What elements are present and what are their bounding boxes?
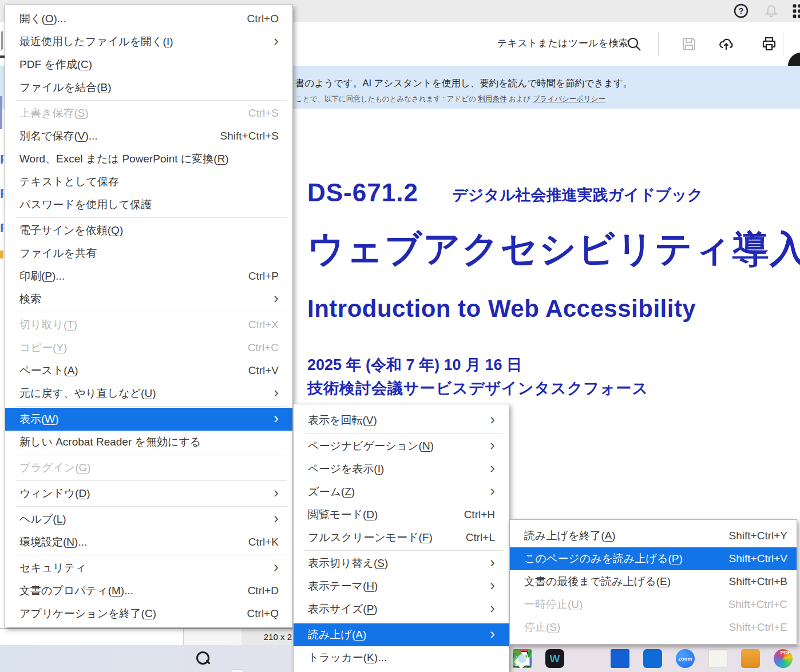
search-input[interactable]: テキストまたはツールを検索	[497, 37, 628, 50]
menu-shortcut: Ctrl+D	[248, 584, 279, 597]
legal-prefix: ことで、以下に同意したものとみなされます : アドビの	[295, 95, 478, 103]
menu-item[interactable]: 開く(O)...Ctrl+O	[5, 7, 292, 30]
menu-separator	[304, 622, 503, 622]
menu-item[interactable]: 表示切り替え(S)›	[294, 552, 509, 575]
save-icon[interactable]	[681, 36, 697, 52]
menu-shortcut: Shift+Ctrl+S	[220, 130, 279, 142]
submenu-chevron-icon: ›	[490, 578, 495, 593]
menu-separator	[15, 506, 287, 507]
menu-item[interactable]: トラッカー(K)...	[294, 646, 509, 669]
menu-item-label: 上書き保存(S)	[19, 106, 248, 121]
menu-item[interactable]: ヘルプ(L)›	[5, 508, 292, 531]
menu-item[interactable]: 表示サイズ(P)›	[294, 598, 509, 621]
menu-item[interactable]: 切り取り(T)Ctrl+X	[5, 313, 292, 336]
menu-item[interactable]: ファイルを共有	[5, 242, 292, 265]
search-icon[interactable]	[626, 36, 642, 52]
menu-item[interactable]: コピー(Y)Ctrl+C	[5, 336, 292, 359]
menu-separator	[304, 433, 503, 434]
submenu-chevron-icon: ›	[490, 626, 495, 641]
privacy-link[interactable]: プライバシーポリシー	[533, 95, 605, 103]
zoom-app-label: zoom	[678, 656, 692, 662]
menu-item[interactable]: パスワードを使用して保護	[5, 193, 292, 216]
menu-item-label: 読み上げを終了(A)	[524, 528, 729, 543]
windows-start-icon[interactable]	[162, 649, 181, 668]
submenu-chevron-icon: ›	[490, 438, 495, 452]
menu-item-label: ファイルを結合(B)	[19, 80, 279, 95]
submenu-chevron-icon: ›	[490, 555, 495, 570]
menu-item-label: 表示切り替え(S)	[308, 556, 490, 571]
menu-item-label: PDF を作成(C)	[19, 57, 279, 72]
edge-fragment: F	[0, 152, 3, 165]
menu-item[interactable]: 上書き保存(S)Ctrl+S	[5, 102, 292, 125]
file-menu: 開く(O)...Ctrl+O最近使用したファイルを開く(I)›PDF を作成(C…	[5, 5, 293, 627]
webex-app-icon[interactable]: W	[545, 649, 564, 668]
mfc-app-icon[interactable]: MFC	[578, 649, 597, 668]
menu-item-label: 新しい Acrobat Reader を無効にする	[19, 435, 279, 450]
print-icon[interactable]	[761, 36, 777, 52]
menu-item[interactable]: 環境設定(N)...Ctrl+K	[5, 531, 292, 554]
menu-item-label: 別名で保存(V)...	[19, 129, 220, 144]
menu-item-label: ヘルプ(L)	[19, 512, 274, 527]
banner-message: 書のようです。AI アシスタントを使用し、要約を読んで時間を節約できます。	[295, 77, 632, 90]
menu-shortcut: Shift+Ctrl+E	[729, 621, 787, 634]
menu-item[interactable]: 表示を回転(V)›	[294, 409, 509, 432]
menu-separator	[304, 550, 503, 551]
menu-item[interactable]: ペースト(A)Ctrl+V	[5, 359, 292, 382]
menu-item-label: 開く(O)...	[19, 11, 247, 26]
menu-item[interactable]: Word、Excel または PowerPoint に変換(R)	[5, 148, 292, 170]
menu-item[interactable]: 印刷(P)...Ctrl+P	[5, 265, 292, 288]
mail-app-icon[interactable]	[708, 649, 727, 668]
task-view-icon[interactable]	[225, 668, 244, 672]
menu-item-label: ファイルを共有	[19, 246, 279, 261]
status-bar: 210 x 2	[0, 628, 293, 645]
pdf-app-icon[interactable]: PDF	[741, 649, 760, 668]
menu-item[interactable]: ズーム(Z)›	[294, 480, 509, 503]
microsoft-store-icon[interactable]	[643, 649, 662, 668]
menu-item[interactable]: 新しい Acrobat Reader を無効にする	[5, 431, 292, 454]
menu-item[interactable]: ウィンドウ(D)›	[5, 482, 292, 505]
taskbar-right-group: FWMFCzoomPDF	[513, 649, 793, 668]
menu-item-label: 読み上げ(A)	[308, 627, 490, 642]
menu-item[interactable]: 電子サインを依頼(Q)	[5, 219, 292, 242]
menu-item[interactable]: 文書の最後まで読み上げる(E)Shift+Ctrl+B	[510, 570, 797, 593]
menu-item[interactable]: 別名で保存(V)...Shift+Ctrl+S	[5, 125, 292, 148]
menu-item[interactable]: 最近使用したファイルを開く(I)›	[5, 30, 292, 53]
menu-item[interactable]: 読み上げを終了(A)Shift+Ctrl+Y	[510, 524, 797, 547]
menu-item[interactable]: プラグイン(G)	[5, 456, 292, 479]
menu-item[interactable]: セキュリティ›	[5, 556, 292, 579]
menu-shortcut: Shift+Ctrl+Y	[729, 530, 787, 542]
menu-item-label: 切り取り(T)	[19, 317, 248, 332]
menu-item[interactable]: テキストとして保存	[5, 170, 292, 193]
menu-item[interactable]: PDF を作成(C)	[5, 53, 292, 76]
menu-item[interactable]: このページのみを読み上げる(P)Shift+Ctrl+V	[510, 547, 797, 570]
menu-item[interactable]: ページを表示(I)›	[294, 458, 509, 480]
menu-item[interactable]: フルスクリーンモード(F)Ctrl+L	[294, 526, 509, 549]
help-icon[interactable]: ?	[733, 3, 749, 19]
print-tools-app-icon[interactable]	[611, 649, 629, 668]
menu-item[interactable]: 閲覧モード(D)Ctrl+H	[294, 503, 509, 526]
submenu-chevron-icon: ›	[274, 485, 279, 500]
taskbar-search-icon[interactable]	[193, 649, 212, 668]
apps-grid-icon[interactable]	[790, 3, 800, 19]
menu-item-label: コピー(Y)	[19, 340, 248, 355]
zoom-app-icon[interactable]: zoom	[676, 649, 695, 668]
menu-item[interactable]: 読み上げ(A)›	[294, 623, 509, 646]
submenu-chevron-icon: ›	[274, 411, 279, 426]
webex-app-label: W	[550, 653, 560, 665]
share-upload-icon[interactable]	[718, 36, 734, 52]
terms-link[interactable]: 利用条件	[478, 95, 506, 103]
menu-item[interactable]: 一時停止(U)Shift+Ctrl+C	[510, 593, 797, 616]
menu-item[interactable]: 検索›	[5, 288, 292, 311]
menu-item[interactable]: 表示テーマ(H)›	[294, 575, 509, 598]
menu-item[interactable]: 表示(W)›	[5, 408, 292, 431]
menu-item[interactable]: ページナビゲーション(N)›	[294, 435, 509, 458]
menu-item-label: 印刷(P)...	[19, 269, 248, 284]
notifications-bell-icon[interactable]	[763, 3, 779, 19]
menu-shortcut: Ctrl+Q	[247, 607, 279, 620]
menu-item[interactable]: 停止(S)Shift+Ctrl+E	[510, 616, 797, 639]
menu-item[interactable]: 文書のプロパティ(M)...Ctrl+D	[5, 579, 292, 602]
menu-item[interactable]: ファイルを結合(B)	[5, 76, 292, 99]
menu-item[interactable]: アプリケーションを終了(C)Ctrl+Q	[5, 602, 292, 625]
doc-title: ウェブアクセシビリティ導入ガ	[307, 224, 800, 274]
menu-item[interactable]: 元に戻す、やり直しなど(U)›	[5, 382, 292, 405]
